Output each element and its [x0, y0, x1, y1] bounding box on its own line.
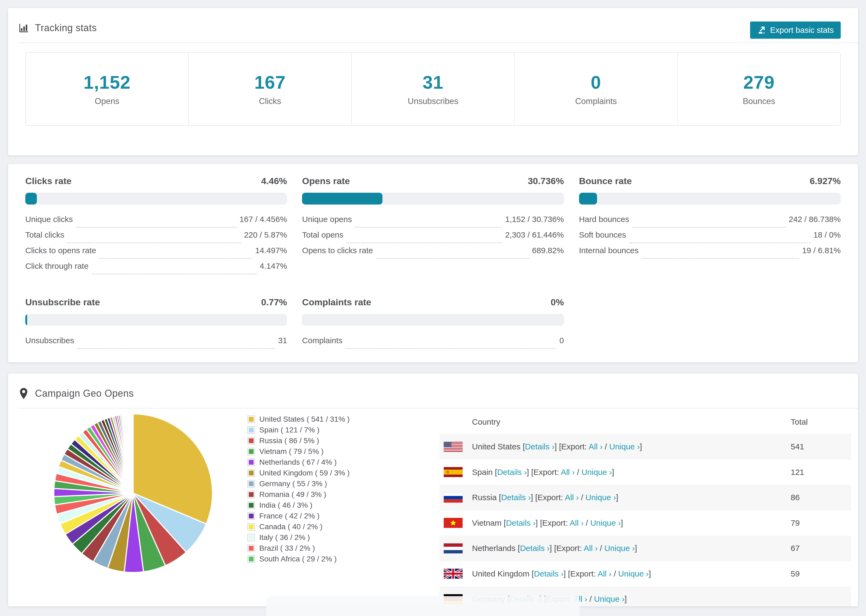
rate-rows: Hard bounces242 / 86.738%Soft bounces18 … [579, 215, 841, 261]
rate-row-value: 4.147% [260, 261, 287, 271]
legend-label: Germany ( 55 / 3% ) [259, 479, 327, 488]
rate-row: Clicks to opens rate14.497% [25, 246, 287, 261]
export-all-link[interactable]: All › [584, 544, 598, 553]
dotted-leader [355, 227, 502, 228]
legend-label: Romania ( 49 / 3% ) [259, 490, 326, 499]
export-all-link[interactable]: All › [561, 468, 575, 476]
rate-value: 30.736% [527, 176, 564, 186]
export-unique-link[interactable]: Unique › [594, 594, 625, 603]
rate-value: 0% [551, 297, 564, 308]
rate-row-label: Click through rate [25, 261, 88, 271]
export-unique-link[interactable]: Unique › [581, 468, 612, 476]
progress-bar-track [25, 193, 287, 204]
stat-cell: 167Clicks [189, 53, 352, 125]
legend-item-brazil[interactable]: Brazil ( 33 / 2% ) [247, 543, 350, 554]
export-unique-link[interactable]: Unique › [618, 569, 649, 578]
total-cell: 86 [791, 493, 800, 502]
country-cell: Vietnam [Details ›] [Export: All › / Uni… [472, 519, 623, 528]
slash-separator: / [575, 468, 581, 476]
legend-item-india[interactable]: India ( 46 / 3% ) [247, 500, 350, 511]
progress-bar-track [302, 193, 564, 204]
rate-row-value: 0 [559, 336, 564, 345]
bar-chart-icon [18, 22, 30, 34]
table-row-us: United States [Details ›] [Export: All ›… [439, 434, 851, 460]
rate-row-value: 220 / 5.87% [244, 230, 287, 239]
bracket: ] [612, 468, 614, 476]
legend-item-spain[interactable]: Spain ( 121 / 7% ) [247, 425, 350, 435]
total-cell: 79 [791, 519, 800, 528]
rate-row-label: Unsubscribes [25, 336, 74, 345]
geo-header: Campaign Geo Opens [8, 374, 858, 399]
rate-row: Soft bounces18 / 0% [579, 230, 841, 246]
legend-swatch [247, 448, 255, 455]
legend-item-united-states[interactable]: United States ( 541 / 31% ) [247, 414, 350, 425]
rate-row: Internal bounces19 / 6.81% [579, 246, 841, 261]
legend-item-netherlands[interactable]: Netherlands ( 67 / 4% ) [247, 457, 350, 468]
export-all-link[interactable]: All › [589, 442, 603, 451]
rate-value: 6.927% [810, 176, 841, 186]
export-all-link[interactable]: All › [565, 493, 579, 502]
slash-separator: / [612, 569, 618, 578]
details-link[interactable]: Details › [525, 442, 554, 451]
legend-item-germany[interactable]: Germany ( 55 / 3% ) [247, 478, 350, 489]
page-title: Tracking stats [35, 22, 97, 34]
country-cell: United Kingdom [Details ›] [Export: All … [472, 569, 651, 578]
rate-row: Click through rate4.147% [25, 261, 287, 277]
rate-title: Opens rate [302, 176, 350, 186]
legend-item-russia[interactable]: Russia ( 86 / 5% ) [247, 435, 350, 446]
country-cell: United States [Details ›] [Export: All ›… [472, 442, 642, 451]
legend-item-south-africa[interactable]: South Africa ( 29 / 2% ) [247, 554, 350, 564]
country-cell: Netherlands [Details ›] [Export: All › /… [472, 544, 637, 553]
legend-label: Vietnam ( 79 / 5% ) [259, 447, 324, 456]
export-unique-link[interactable]: Unique › [604, 544, 635, 553]
legend-item-romania[interactable]: Romania ( 49 / 3% ) [247, 489, 350, 500]
legend-item-united-kingdom[interactable]: United Kingdom ( 59 / 3% ) [247, 468, 350, 478]
rate-block-bounce-rate: Bounce rate6.927%Hard bounces242 / 86.73… [579, 176, 841, 277]
country-name: Russia [472, 493, 499, 502]
legend-label: Spain ( 121 / 7% ) [259, 426, 320, 434]
rates-card: Clicks rate4.46%Unique clicks167 / 4.456… [8, 164, 858, 362]
progress-bar-track [25, 314, 287, 326]
export-all-link[interactable]: All › [598, 569, 612, 578]
export-all-link[interactable]: All › [570, 519, 584, 527]
rate-head: Opens rate30.736% [302, 176, 564, 186]
rate-rows: Unique opens1,152 / 30.736%Total opens2,… [302, 215, 564, 261]
details-link[interactable]: Details › [501, 493, 531, 502]
details-link[interactable]: Details › [506, 519, 535, 527]
country-name: Netherlands [472, 544, 518, 553]
country-name: United States [472, 442, 523, 451]
ru-flag-icon [444, 493, 463, 503]
legend-swatch [247, 501, 255, 509]
legend-item-vietnam[interactable]: Vietnam ( 79 / 5% ) [247, 446, 350, 457]
rate-row-label: Total clicks [25, 230, 64, 239]
legend-label: Canada ( 40 / 2% ) [259, 522, 323, 531]
details-link[interactable]: Details › [534, 569, 564, 578]
legend-label: Russia ( 86 / 5% ) [259, 437, 319, 445]
us-flag-icon [444, 442, 463, 452]
export-unique-link[interactable]: Unique › [609, 442, 639, 451]
legend-item-italy[interactable]: Italy ( 36 / 2% ) [247, 532, 350, 543]
stat-label: Complaints [575, 96, 617, 106]
total-cell: 121 [791, 468, 804, 477]
export-button-label: Export basic stats [770, 25, 834, 35]
bracket: ] [Export: [564, 569, 598, 578]
column-header-country: Country [472, 417, 500, 426]
stat-value: 279 [743, 72, 775, 93]
country-name: Vietnam [472, 519, 504, 527]
export-unique-link[interactable]: Unique › [590, 519, 621, 527]
legend-item-france[interactable]: France ( 42 / 2% ) [247, 511, 350, 522]
slash-separator: / [584, 519, 590, 527]
legend-swatch [247, 491, 255, 498]
tracking-stats-card: Tracking stats Export basic stats 1,152O… [8, 8, 858, 156]
stat-label: Unsubscribes [408, 96, 458, 106]
rate-value: 4.46% [261, 176, 287, 186]
details-link[interactable]: Details › [497, 468, 527, 476]
export-basic-stats-button[interactable]: Export basic stats [750, 22, 841, 39]
bracket: ] [616, 493, 618, 502]
bracket: [ [532, 569, 534, 578]
details-link[interactable]: Details › [520, 544, 550, 553]
slash-separator: / [602, 442, 609, 451]
legend-item-canada[interactable]: Canada ( 40 / 2% ) [247, 522, 350, 532]
stat-cell: 1,152Opens [26, 53, 189, 125]
export-unique-link[interactable]: Unique › [586, 493, 616, 502]
